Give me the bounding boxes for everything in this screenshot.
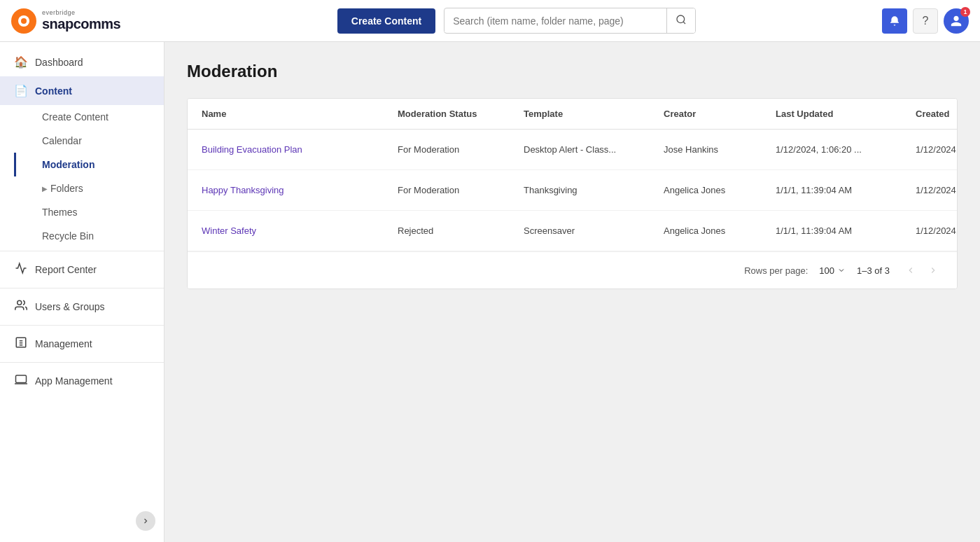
sidebar-item-dashboard[interactable]: 🏠 Dashboard (0, 48, 164, 76)
sidebar-label-users-groups: Users & Groups (35, 301, 105, 312)
bell-icon (889, 15, 900, 27)
sidebar-label-app-management: App Management (35, 375, 113, 387)
search-bar (444, 8, 696, 34)
page-title: Moderation (187, 62, 958, 81)
pagination-next-button[interactable] (923, 260, 943, 280)
sidebar-item-themes[interactable]: Themes (14, 200, 164, 224)
sidebar-item-users-groups[interactable]: Users & Groups (0, 291, 164, 322)
sidebar-item-management[interactable]: Management (0, 328, 164, 359)
col-header-last-updated: Last Updated (776, 109, 916, 119)
sidebar-item-report-center[interactable]: Report Center (0, 254, 164, 285)
cell-name-2: Happy Thanksgiving (202, 185, 398, 195)
sidebar-label-calendar: Calendar (42, 135, 82, 146)
header: everbridge snapcomms Create Content ? 1 (0, 0, 980, 42)
sidebar-item-folders[interactable]: ▶ Folders (14, 176, 164, 200)
rows-per-page-select[interactable]: 100 (819, 265, 846, 276)
table-header: Name Moderation Status Template Creator … (188, 99, 957, 130)
pagination-prev-button[interactable] (901, 260, 920, 280)
cell-last-updated-1: 1/12/2024, 1:06:20 ... (776, 144, 916, 155)
logo-icon (11, 8, 36, 34)
user-avatar[interactable]: 1 (944, 8, 969, 34)
management-icon (14, 336, 28, 352)
sidebar-label-themes: Themes (42, 207, 78, 218)
sidebar-item-calendar[interactable]: Calendar (14, 129, 164, 153)
sidebar-label-create-content: Create Content (42, 111, 108, 123)
sidebar-label-moderation: Moderation (42, 159, 94, 170)
sidebar-label-management: Management (35, 338, 92, 349)
chevron-down-icon (837, 266, 846, 275)
svg-rect-6 (16, 375, 27, 383)
logo-bottom-text: snapcomms (42, 16, 120, 32)
cell-status-1: For Moderation (398, 144, 524, 155)
cell-created-2: 1/12/2024, 1:06:24 ... (916, 185, 958, 195)
col-header-created: Created (916, 109, 958, 119)
sidebar: 🏠 Dashboard 📄 Content Create Content Cal… (0, 42, 164, 542)
svg-point-4 (18, 300, 22, 305)
sidebar-item-create-content[interactable]: Create Content (14, 105, 164, 129)
cell-template-3: Screensaver (524, 225, 664, 236)
sidebar-item-content[interactable]: 📄 Content (0, 76, 164, 105)
table-row: Winter Safety Rejected Screensaver Angel… (188, 211, 957, 251)
report-icon (14, 262, 28, 277)
svg-point-2 (21, 18, 27, 24)
logo: everbridge snapcomms (11, 8, 151, 34)
pagination-nav (901, 260, 943, 280)
layout: 🏠 Dashboard 📄 Content Create Content Cal… (0, 42, 980, 542)
sidebar-item-moderation[interactable]: Moderation (14, 153, 164, 176)
building-icon (15, 336, 27, 349)
users-icon (14, 299, 28, 314)
cell-creator-3: Angelica Jones (664, 225, 776, 236)
sidebar-divider-3 (0, 325, 164, 326)
cell-template-1: Desktop Alert - Class... (524, 144, 664, 155)
sidebar-label-report-center: Report Center (35, 264, 97, 275)
cell-template-2: Thanksgiving (524, 185, 664, 195)
logo-top-text: everbridge (42, 10, 120, 17)
main-content: Moderation Name Moderation Status Templa… (164, 42, 980, 542)
group-icon (15, 299, 27, 312)
home-icon: 🏠 (14, 55, 28, 69)
cell-status-2: For Moderation (398, 185, 524, 195)
table-card: Name Moderation Status Template Creator … (187, 98, 958, 289)
header-center: Create Content (162, 8, 871, 34)
link-row-3[interactable]: Winter Safety (202, 225, 256, 236)
cell-name-1: Building Evacuation Plan (202, 144, 398, 155)
laptop-icon (15, 373, 27, 386)
cell-name-3: Winter Safety (202, 225, 398, 236)
col-header-name: Name (202, 109, 398, 119)
sidebar-sub-content: Create Content Calendar Moderation ▶ Fol… (0, 105, 164, 248)
notifications-button[interactable] (882, 8, 907, 34)
sidebar-item-recycle-bin[interactable]: Recycle Bin (14, 224, 164, 248)
rows-per-page-value: 100 (819, 265, 834, 276)
expand-icon: ▶ (42, 185, 48, 193)
table-row: Building Evacuation Plan For Moderation … (188, 130, 957, 170)
cell-created-1: 1/12/2024, 1:06:16 ... (916, 144, 958, 155)
sidebar-item-app-management[interactable]: App Management (0, 366, 164, 396)
search-icon (676, 14, 687, 25)
sidebar-label-dashboard: Dashboard (35, 57, 83, 68)
content-icon: 📄 (14, 84, 28, 97)
link-row-2[interactable]: Happy Thanksgiving (202, 185, 284, 195)
cell-creator-1: Jose Hankins (664, 144, 776, 155)
link-row-1[interactable]: Building Evacuation Plan (202, 144, 302, 155)
col-header-moderation-status: Moderation Status (398, 109, 524, 119)
table-row: Happy Thanksgiving For Moderation Thanks… (188, 170, 957, 211)
header-actions: ? 1 (882, 8, 969, 34)
search-input[interactable] (444, 10, 666, 32)
chevron-right-icon (141, 517, 150, 525)
chevron-right-icon (928, 265, 938, 275)
chart-icon (15, 262, 27, 275)
col-header-template: Template (524, 109, 664, 119)
cell-status-3: Rejected (398, 225, 524, 236)
sidebar-nav: 🏠 Dashboard 📄 Content Create Content Cal… (0, 42, 164, 542)
pagination-row: Rows per page: 100 1–3 of 3 (188, 251, 957, 289)
help-button[interactable]: ? (913, 8, 938, 34)
user-icon (950, 15, 962, 27)
search-button[interactable] (666, 8, 695, 33)
cell-last-updated-3: 1/1/1, 11:39:04 AM (776, 225, 916, 236)
cell-creator-2: Angelica Jones (664, 185, 776, 195)
col-header-creator: Creator (664, 109, 776, 119)
create-content-button[interactable]: Create Content (337, 8, 435, 34)
sidebar-collapse-button[interactable] (136, 511, 155, 531)
svg-point-3 (677, 15, 685, 23)
chevron-left-icon (906, 265, 916, 275)
